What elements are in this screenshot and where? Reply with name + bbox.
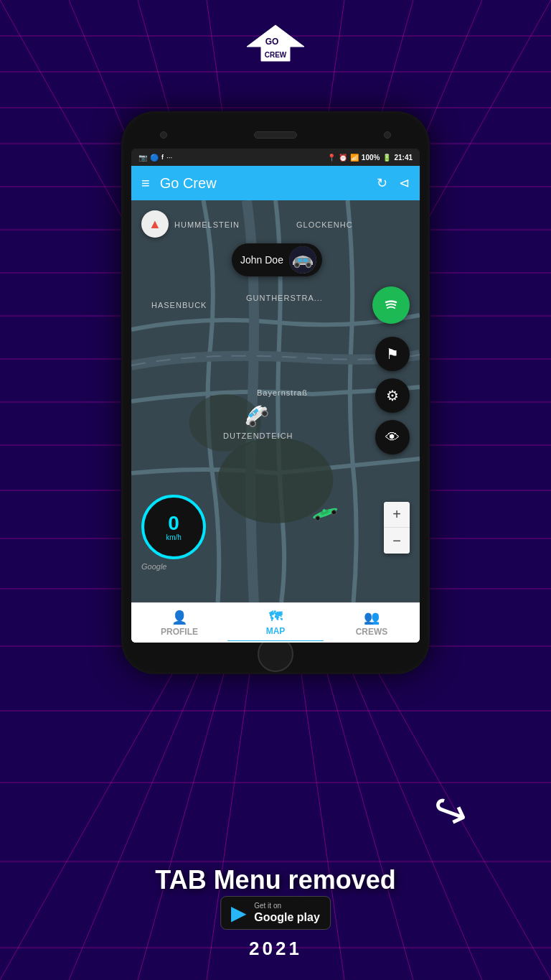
tab-crews[interactable]: 👥 CREWS xyxy=(324,603,420,643)
status-battery: 🔋 xyxy=(382,154,391,162)
tab-bar-container: 👤 PROFILE 🗺 MAP 👥 CREWS xyxy=(131,602,420,643)
tab-map-icon: 🗺 xyxy=(269,610,282,625)
eye-icon: 👁 xyxy=(385,429,400,446)
svg-rect-47 xyxy=(303,258,308,262)
refresh-icon[interactable]: ↻ xyxy=(377,175,387,191)
tab-crews-icon: 👥 xyxy=(364,610,380,625)
speedometer: 0 km/h xyxy=(141,495,206,559)
map-label-bayernstr: Bayernstraß xyxy=(257,388,308,397)
speed-unit: km/h xyxy=(166,533,182,541)
sliders-icon: ⚙ xyxy=(386,387,399,404)
phone-speaker xyxy=(254,131,297,139)
google-play-badge[interactable]: ▶ Get it on Google play xyxy=(220,896,331,930)
tab-profile-icon: 👤 xyxy=(171,610,187,625)
status-icon-fb: f xyxy=(161,154,164,161)
tab-active-indicator xyxy=(227,640,324,643)
user-tag-name: John Doe xyxy=(240,254,283,266)
speed-value: 0 xyxy=(168,513,179,533)
app-title: Go Crew xyxy=(160,175,377,192)
app-bar: ≡ Go Crew ↻ ⊲ xyxy=(131,166,420,200)
tab-profile-label: PROFILE xyxy=(161,627,198,637)
status-icon-more: ··· xyxy=(166,154,172,162)
svg-rect-46 xyxy=(298,258,302,262)
phone-device: 📷 🔵 f ··· 📍 ⏰ 📶 100% 🔋 21:41 ≡ Go Crew xyxy=(121,111,430,674)
status-bar: 📷 🔵 f ··· 📍 ⏰ 📶 100% 🔋 21:41 xyxy=(131,149,420,166)
map-label-dutzendteich: DUTZENDTEICH xyxy=(223,431,293,440)
svg-point-45 xyxy=(306,263,311,268)
status-wifi: 📶 xyxy=(350,154,359,162)
filter-button[interactable]: ⚙ xyxy=(375,378,410,413)
tab-map-label: MAP xyxy=(266,626,286,636)
zoom-out-button[interactable]: − xyxy=(384,528,410,554)
eye-button[interactable]: 👁 xyxy=(375,420,410,454)
svg-text:GO: GO xyxy=(265,37,279,47)
logo-area: GO CREW xyxy=(240,22,311,82)
status-icon-msg: 🔵 xyxy=(150,154,159,162)
status-location: 📍 xyxy=(327,154,336,162)
flag-icon: ⚑ xyxy=(386,345,399,363)
status-alarm: ⏰ xyxy=(339,154,347,162)
tab-map[interactable]: 🗺 MAP xyxy=(227,603,324,643)
status-bar-left: 📷 🔵 f ··· xyxy=(138,154,172,162)
phone-screen: 📷 🔵 f ··· 📍 ⏰ 📶 100% 🔋 21:41 ≡ Go Crew xyxy=(131,149,420,643)
user-location-tag[interactable]: John Doe xyxy=(232,243,322,276)
compass-button[interactable]: ▲ xyxy=(141,210,169,238)
status-battery-pct: 100% xyxy=(362,154,380,162)
status-time: 21:41 xyxy=(394,154,413,162)
user-avatar xyxy=(289,246,316,274)
side-action-buttons: ⚑ ⚙ 👁 xyxy=(375,337,410,454)
play-store-icon: ▶ xyxy=(231,901,247,925)
annotation-text: TAB Menu removed xyxy=(103,865,448,895)
tab-profile[interactable]: 👤 PROFILE xyxy=(131,603,227,643)
svg-text:CREW: CREW xyxy=(265,51,287,59)
tab-crews-label: CREWS xyxy=(356,627,388,637)
phone-camera xyxy=(160,131,167,139)
map-label-hummelstein: HUMMELSTEIN xyxy=(174,220,240,229)
map-label-hasenbuck: HASENBUCK xyxy=(151,301,207,309)
phone-notch xyxy=(131,124,420,146)
get-it-on-text: Get it on xyxy=(254,902,320,910)
svg-point-44 xyxy=(294,263,299,268)
app-bar-actions: ↻ ⊲ xyxy=(377,175,410,191)
spotify-button[interactable] xyxy=(372,286,410,324)
map-label-glockenho: GLOCKENHC xyxy=(296,220,353,229)
google-play-text: Google play xyxy=(254,910,320,924)
google-attribution: Google xyxy=(141,562,166,571)
phone-bottom-bar xyxy=(131,647,420,661)
status-icon-photo: 📷 xyxy=(138,154,147,162)
share-icon[interactable]: ⊲ xyxy=(399,175,410,191)
zoom-in-button[interactable]: + xyxy=(384,502,410,528)
map-label-guntherstra: GUNTHERSTRA... xyxy=(246,294,323,302)
compass-icon: ▲ xyxy=(149,217,161,232)
hamburger-menu-icon[interactable]: ≡ xyxy=(141,175,150,192)
tab-bar: 👤 PROFILE 🗺 MAP 👥 CREWS xyxy=(131,602,420,643)
map-view[interactable]: HUMMELSTEIN GLOCKENHC HASENBUCK GUNTHERS… xyxy=(131,200,420,602)
flag-button[interactable]: ⚑ xyxy=(375,337,410,371)
svg-point-48 xyxy=(381,295,401,315)
year-label: 2021 xyxy=(249,938,302,960)
speed-display: 0 km/h xyxy=(141,495,206,559)
zoom-controls: + − xyxy=(384,502,410,554)
annotation-arrow: ↩ xyxy=(425,782,476,841)
status-bar-right: 📍 ⏰ 📶 100% 🔋 21:41 xyxy=(327,154,413,162)
play-badge-text: Get it on Google play xyxy=(254,902,320,924)
phone-front-camera xyxy=(384,131,391,139)
